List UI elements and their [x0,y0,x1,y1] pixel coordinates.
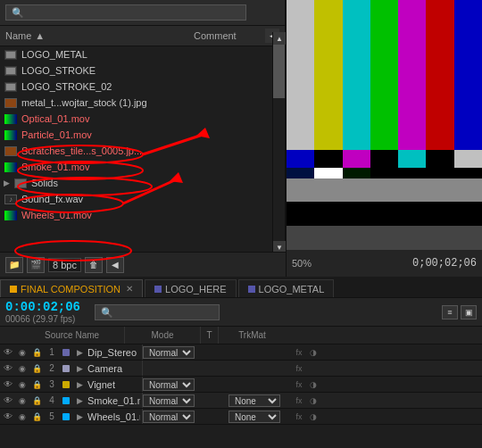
layer-visibility-btn[interactable]: 👁 [2,411,14,423]
layer-controls: 👁 ◉ 🔒 3 ▶ Vignet [0,377,143,392]
column-headers: Name ▲ Comment ◀ [0,26,285,46]
layer-row: 👁 ◉ 🔒 1 ▶ Dip_Stereo Normal fx ◑ [0,344,482,361]
preview-timecode: 0;00;02;06 [412,257,477,270]
list-item[interactable]: Wheels_01.mov [0,207,285,223]
tab-close-btn[interactable]: ✕ [126,284,133,294]
new-folder-btn[interactable]: 📁 [5,257,23,273]
tab-color-icon [248,286,255,293]
asset-name: Smoke_01.mov [21,162,281,172]
tab-logo-metal[interactable]: LOGO_METAL [238,279,335,297]
audio-icon: ♪ [4,193,18,205]
layer-number: 5 [45,411,59,421]
layer-lock-btn[interactable]: 🔒 [30,378,43,391]
layer-motion-blur-btn[interactable]: ◑ [307,411,320,423]
layer-extras: fx ◑ [291,411,482,423]
expand-btn[interactable]: ◀ [106,257,124,273]
layer-expand-btn[interactable]: ▶ [73,362,86,375]
mode-dropdown[interactable]: Normal [143,411,195,423]
timeline-search[interactable] [95,304,220,320]
layer-fx-btn[interactable]: fx [293,346,305,359]
layer-number: 1 [45,347,59,357]
film-icon [4,48,18,61]
list-item[interactable]: Smoke_01.mov [0,159,285,175]
layer-number: 2 [45,363,59,373]
list-item[interactable]: ▶ Solids [0,175,285,191]
layer-fx-btn[interactable]: fx [293,378,305,391]
layer-row: 👁 ◉ 🔒 3 ▶ Vignet Normal fx ◑ [0,377,482,393]
layer-extras: fx ◑ [291,394,482,407]
layer-expand-btn[interactable]: ▶ [73,394,86,407]
layer-solo-btn[interactable]: ◉ [16,411,29,423]
list-item[interactable]: Particle_01.mov [0,127,285,143]
layer-mode: Normal [143,411,214,423]
scroll-up-btn[interactable]: ▲ [273,32,286,45]
trkmat-dropdown[interactable]: None [229,394,280,407]
timeline-panel: 0:00:02;06 00066 (29.97 fps) ≡ ▣ Source … [0,298,482,448]
asset-name: Solids [31,178,281,188]
timeline-header: 0:00:02;06 00066 (29.97 fps) ≡ ▣ [0,298,482,327]
layer-fx-btn[interactable]: fx [293,362,305,375]
layer-expand-btn[interactable]: ▶ [73,346,86,359]
zoom-level[interactable]: 50% [292,258,312,269]
asset-name: LOGO_METAL [21,49,281,60]
image-icon [4,96,18,109]
layer-expand-btn[interactable]: ▶ [73,378,86,391]
layer-fx-btn[interactable]: fx [293,394,305,407]
tab-logo-here[interactable]: LOGO_HERE [145,279,236,297]
layer-lock-btn[interactable]: 🔒 [30,394,43,407]
list-item[interactable]: Scratches_tile...s_0005.jp... [0,143,285,159]
layer-solo-btn[interactable]: ◉ [16,346,29,359]
render-queue-btn[interactable]: ▣ [461,305,477,319]
layer-name: Camera [87,363,140,374]
layer-color-swatch[interactable] [62,413,70,420]
tab-color-icon [154,286,162,293]
layer-color-swatch[interactable] [62,365,70,372]
layer-solo-btn[interactable]: ◉ [16,362,29,375]
layer-color-swatch[interactable] [62,381,70,388]
layer-mode: Normal [143,346,214,359]
vertical-scrollbar[interactable]: ▲ ▼ [272,32,285,259]
layer-visibility-btn[interactable]: 👁 [2,378,14,391]
layer-motion-blur-btn[interactable]: ◑ [307,378,320,391]
list-item[interactable]: ♪ Sound_fx.wav [0,191,285,207]
list-item[interactable]: LOGO_STROKE_02 [0,79,285,95]
tab-label: LOGO_HERE [165,284,226,295]
layer-color-swatch[interactable] [62,349,70,356]
tab-final-composition[interactable]: FINAL COMPOSITION ✕ [0,279,143,297]
layer-lock-btn[interactable]: 🔒 [30,362,43,375]
tab-color-icon [10,286,17,293]
layer-fx-btn[interactable]: fx [293,411,305,423]
layer-visibility-btn[interactable]: 👁 [2,394,14,407]
project-panel: Name ▲ Comment ◀ ▲ ▼ LOGO_METAL LOGO_ST [0,0,286,277]
image-icon [4,145,18,157]
scroll-thumb[interactable] [273,45,285,98]
list-item[interactable]: metal_t...wojtar_stock (1).jpg [0,95,285,111]
layer-controls: 👁 ◉ 🔒 5 ▶ Wheels_01.mov [0,409,143,424]
layer-solo-btn[interactable]: ◉ [16,378,29,391]
mode-dropdown[interactable]: Normal [143,394,195,407]
layer-visibility-btn[interactable]: 👁 [2,362,14,375]
layer-color-swatch[interactable] [62,397,70,404]
layer-visibility-btn[interactable]: 👁 [2,346,14,359]
layer-motion-blur-btn[interactable]: ◑ [307,394,320,407]
search-input[interactable] [5,4,246,21]
list-item[interactable]: LOGO_STROKE [0,62,285,79]
layer-lock-btn[interactable]: 🔒 [30,411,43,423]
gradient-icon [4,161,18,173]
trkmat-dropdown[interactable]: None [229,411,280,423]
layer-controls: 👁 ◉ 🔒 1 ▶ Dip_Stereo [0,344,143,360]
layer-solo-btn[interactable]: ◉ [16,394,29,407]
delete-btn[interactable]: 🗑 [85,257,103,273]
mode-dropdown[interactable]: Normal [143,346,195,359]
asset-name: Sound_fx.wav [21,194,281,204]
new-composition-btn[interactable]: 🎬 [27,257,45,273]
layer-lock-btn[interactable]: 🔒 [30,346,43,359]
list-item[interactable]: Optical_01.mov [0,111,285,127]
layer-motion-blur-btn[interactable]: ◑ [307,346,320,359]
graph-editor-btn[interactable]: ≡ [442,305,458,319]
layer-expand-btn[interactable]: ▶ [73,411,86,423]
mode-dropdown[interactable]: Normal [143,378,195,391]
preview-image [287,0,482,250]
list-item[interactable]: LOGO_METAL [0,46,285,62]
tabs-bar: FINAL COMPOSITION ✕ LOGO_HERE LOGO_METAL [0,277,482,298]
